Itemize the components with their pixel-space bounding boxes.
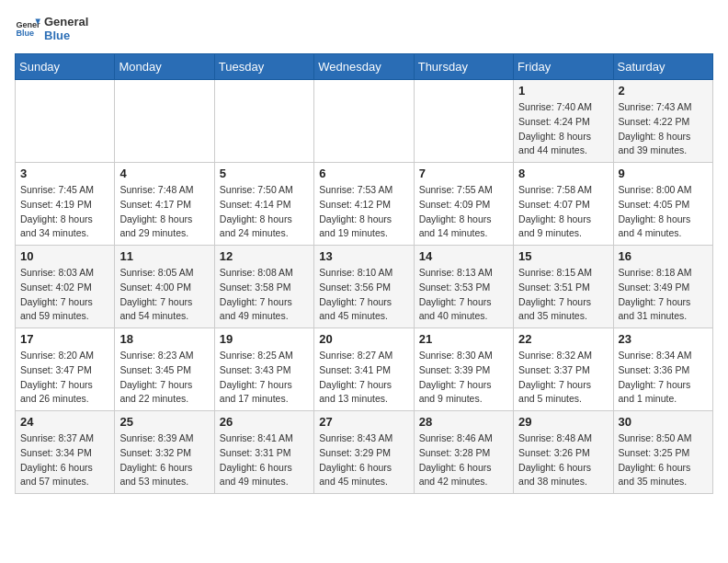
calendar-cell: 13Sunrise: 8:10 AM Sunset: 3:56 PM Dayli… [314, 246, 414, 328]
day-number: 23 [619, 332, 708, 346]
calendar-week-row: 17Sunrise: 8:20 AM Sunset: 3:47 PM Dayli… [16, 328, 713, 411]
calendar-cell: 16Sunrise: 8:18 AM Sunset: 3:49 PM Dayli… [613, 246, 712, 328]
calendar-header-friday: Friday [514, 54, 613, 80]
day-number: 20 [319, 332, 408, 346]
calendar-cell: 24Sunrise: 8:37 AM Sunset: 3:34 PM Dayli… [16, 411, 115, 494]
logo-icon: General Blue [15, 16, 40, 41]
day-number: 9 [619, 167, 708, 180]
day-info: Sunrise: 7:55 AM Sunset: 4:09 PM Dayligh… [419, 183, 508, 241]
calendar-cell: 11Sunrise: 8:05 AM Sunset: 4:00 PM Dayli… [115, 246, 214, 328]
day-number: 15 [518, 249, 608, 263]
day-number: 16 [619, 249, 708, 263]
calendar-week-row: 10Sunrise: 8:03 AM Sunset: 4:02 PM Dayli… [16, 246, 713, 328]
day-info: Sunrise: 7:53 AM Sunset: 4:12 PM Dayligh… [319, 183, 408, 241]
day-number: 25 [119, 415, 209, 429]
calendar-cell: 3Sunrise: 7:45 AM Sunset: 4:19 PM Daylig… [16, 163, 115, 246]
day-number: 19 [220, 332, 309, 346]
logo-general: General [44, 15, 88, 29]
calendar-cell [115, 80, 214, 163]
day-info: Sunrise: 8:25 AM Sunset: 3:43 PM Dayligh… [220, 349, 309, 407]
calendar-cell: 2Sunrise: 7:43 AM Sunset: 4:22 PM Daylig… [613, 80, 712, 163]
day-info: Sunrise: 8:03 AM Sunset: 4:02 PM Dayligh… [20, 266, 109, 324]
calendar-cell: 10Sunrise: 8:03 AM Sunset: 4:02 PM Dayli… [16, 246, 115, 328]
day-info: Sunrise: 8:48 AM Sunset: 3:26 PM Dayligh… [518, 431, 608, 489]
calendar-cell: 1Sunrise: 7:40 AM Sunset: 4:24 PM Daylig… [514, 80, 613, 163]
day-number: 8 [518, 167, 608, 180]
svg-text:Blue: Blue [16, 29, 34, 38]
day-info: Sunrise: 8:20 AM Sunset: 3:47 PM Dayligh… [20, 349, 109, 407]
day-info: Sunrise: 8:13 AM Sunset: 3:53 PM Dayligh… [419, 266, 508, 324]
day-number: 21 [419, 332, 508, 346]
day-info: Sunrise: 8:39 AM Sunset: 3:32 PM Dayligh… [119, 431, 209, 489]
calendar-cell: 21Sunrise: 8:30 AM Sunset: 3:39 PM Dayli… [414, 328, 513, 411]
day-info: Sunrise: 8:08 AM Sunset: 3:58 PM Dayligh… [220, 266, 309, 324]
day-number: 14 [419, 249, 508, 263]
calendar-header-row: SundayMondayTuesdayWednesdayThursdayFrid… [16, 54, 713, 80]
calendar-header-saturday: Saturday [613, 54, 712, 80]
day-number: 26 [220, 415, 309, 429]
calendar-cell: 19Sunrise: 8:25 AM Sunset: 3:43 PM Dayli… [214, 328, 313, 411]
day-info: Sunrise: 8:46 AM Sunset: 3:28 PM Dayligh… [419, 431, 508, 489]
day-info: Sunrise: 8:10 AM Sunset: 3:56 PM Dayligh… [319, 266, 408, 324]
day-number: 17 [20, 332, 109, 346]
calendar-cell: 18Sunrise: 8:23 AM Sunset: 3:45 PM Dayli… [115, 328, 214, 411]
calendar-cell: 5Sunrise: 7:50 AM Sunset: 4:14 PM Daylig… [214, 163, 313, 246]
day-number: 3 [20, 167, 109, 180]
calendar-cell: 28Sunrise: 8:46 AM Sunset: 3:28 PM Dayli… [414, 411, 513, 494]
day-info: Sunrise: 7:48 AM Sunset: 4:17 PM Dayligh… [119, 183, 209, 241]
logo: General Blue General Blue [15, 15, 88, 42]
day-info: Sunrise: 8:41 AM Sunset: 3:31 PM Dayligh… [220, 431, 309, 489]
calendar-cell [16, 80, 115, 163]
calendar-cell [214, 80, 313, 163]
calendar-cell: 12Sunrise: 8:08 AM Sunset: 3:58 PM Dayli… [214, 246, 313, 328]
calendar-week-row: 3Sunrise: 7:45 AM Sunset: 4:19 PM Daylig… [16, 163, 713, 246]
day-number: 27 [319, 415, 408, 429]
calendar-cell: 29Sunrise: 8:48 AM Sunset: 3:26 PM Dayli… [514, 411, 613, 494]
day-info: Sunrise: 8:23 AM Sunset: 3:45 PM Dayligh… [119, 349, 209, 407]
day-info: Sunrise: 7:50 AM Sunset: 4:14 PM Dayligh… [220, 183, 309, 241]
day-info: Sunrise: 8:15 AM Sunset: 3:51 PM Dayligh… [518, 266, 608, 324]
calendar-cell: 15Sunrise: 8:15 AM Sunset: 3:51 PM Dayli… [514, 246, 613, 328]
day-info: Sunrise: 8:32 AM Sunset: 3:37 PM Dayligh… [518, 349, 608, 407]
calendar-cell: 4Sunrise: 7:48 AM Sunset: 4:17 PM Daylig… [115, 163, 214, 246]
calendar-cell: 14Sunrise: 8:13 AM Sunset: 3:53 PM Dayli… [414, 246, 513, 328]
calendar-cell: 20Sunrise: 8:27 AM Sunset: 3:41 PM Dayli… [314, 328, 414, 411]
day-number: 22 [518, 332, 608, 346]
day-info: Sunrise: 8:00 AM Sunset: 4:05 PM Dayligh… [619, 183, 708, 241]
day-info: Sunrise: 8:37 AM Sunset: 3:34 PM Dayligh… [20, 431, 109, 489]
day-info: Sunrise: 7:45 AM Sunset: 4:19 PM Dayligh… [20, 183, 109, 241]
header: General Blue General Blue [15, 15, 713, 42]
calendar-cell: 8Sunrise: 7:58 AM Sunset: 4:07 PM Daylig… [514, 163, 613, 246]
day-number: 6 [319, 167, 408, 180]
calendar-cell: 6Sunrise: 7:53 AM Sunset: 4:12 PM Daylig… [314, 163, 414, 246]
day-info: Sunrise: 7:43 AM Sunset: 4:22 PM Dayligh… [619, 100, 708, 158]
day-number: 28 [419, 415, 508, 429]
day-info: Sunrise: 8:18 AM Sunset: 3:49 PM Dayligh… [619, 266, 708, 324]
calendar: SundayMondayTuesdayWednesdayThursdayFrid… [15, 53, 713, 494]
calendar-cell: 23Sunrise: 8:34 AM Sunset: 3:36 PM Dayli… [613, 328, 712, 411]
day-number: 11 [119, 249, 209, 263]
day-info: Sunrise: 8:27 AM Sunset: 3:41 PM Dayligh… [319, 349, 408, 407]
day-info: Sunrise: 8:34 AM Sunset: 3:36 PM Dayligh… [619, 349, 708, 407]
logo-blue: Blue [44, 29, 88, 42]
day-number: 2 [619, 84, 708, 98]
day-number: 10 [20, 249, 109, 263]
calendar-header-tuesday: Tuesday [214, 54, 313, 80]
day-number: 1 [518, 84, 608, 98]
calendar-cell: 30Sunrise: 8:50 AM Sunset: 3:25 PM Dayli… [613, 411, 712, 494]
calendar-header-sunday: Sunday [16, 54, 115, 80]
day-info: Sunrise: 7:40 AM Sunset: 4:24 PM Dayligh… [518, 100, 608, 158]
calendar-header-wednesday: Wednesday [314, 54, 414, 80]
calendar-week-row: 24Sunrise: 8:37 AM Sunset: 3:34 PM Dayli… [16, 411, 713, 494]
calendar-cell: 7Sunrise: 7:55 AM Sunset: 4:09 PM Daylig… [414, 163, 513, 246]
day-number: 29 [518, 415, 608, 429]
day-number: 13 [319, 249, 408, 263]
day-number: 30 [619, 415, 708, 429]
day-number: 5 [220, 167, 309, 180]
day-info: Sunrise: 7:58 AM Sunset: 4:07 PM Dayligh… [518, 183, 608, 241]
day-number: 24 [20, 415, 109, 429]
calendar-cell: 27Sunrise: 8:43 AM Sunset: 3:29 PM Dayli… [314, 411, 414, 494]
day-number: 12 [220, 249, 309, 263]
day-info: Sunrise: 8:05 AM Sunset: 4:00 PM Dayligh… [119, 266, 209, 324]
calendar-cell: 9Sunrise: 8:00 AM Sunset: 4:05 PM Daylig… [613, 163, 712, 246]
